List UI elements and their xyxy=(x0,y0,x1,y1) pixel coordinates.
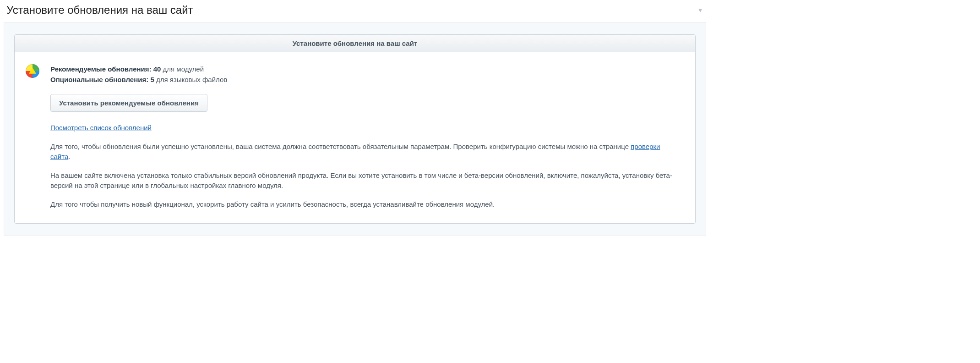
para-config-a: Для того, чтобы обновления были успешно … xyxy=(50,143,631,150)
outer-panel: Установите обновления на ваш сайт Рекоме… xyxy=(4,22,706,236)
recommended-updates-line: Рекомендуемые обновления: 40 для модулей xyxy=(50,64,681,75)
optional-count: 5 xyxy=(150,76,154,83)
updates-panel: Установите обновления на ваш сайт Рекоме… xyxy=(14,34,696,224)
recommended-count: 40 xyxy=(153,65,161,73)
view-updates-link[interactable]: Посмотреть список обновлений xyxy=(50,124,152,132)
collapse-icon[interactable]: ▼ xyxy=(697,6,703,14)
page-title-row: Установите обновления на ваш сайт ▼ xyxy=(0,0,710,22)
para-beta: На вашем сайте включена установка только… xyxy=(50,170,681,191)
panel-body: Рекомендуемые обновления: 40 для модулей… xyxy=(15,52,695,223)
panel-content: Рекомендуемые обновления: 40 для модулей… xyxy=(50,64,681,209)
recommended-label: Рекомендуемые обновления: xyxy=(50,65,152,73)
para-recommend: Для того чтобы получить новый функционал… xyxy=(50,199,681,210)
optional-label: Опциональные обновления: xyxy=(50,76,148,83)
para-config-b: . xyxy=(68,153,70,160)
view-list-line: Посмотреть список обновлений xyxy=(50,123,681,133)
install-recommended-button[interactable]: Установить рекомендуемые обновления xyxy=(50,94,207,112)
page-title: Установите обновления на ваш сайт xyxy=(6,4,193,16)
update-icon xyxy=(26,64,39,78)
optional-updates-line: Опциональные обновления: 5 для языковых … xyxy=(50,75,681,85)
optional-suffix: для языковых файлов xyxy=(156,76,227,83)
panel-header: Установите обновления на ваш сайт xyxy=(15,35,695,52)
para-config: Для того, чтобы обновления были успешно … xyxy=(50,142,681,162)
recommended-suffix: для модулей xyxy=(163,65,204,73)
